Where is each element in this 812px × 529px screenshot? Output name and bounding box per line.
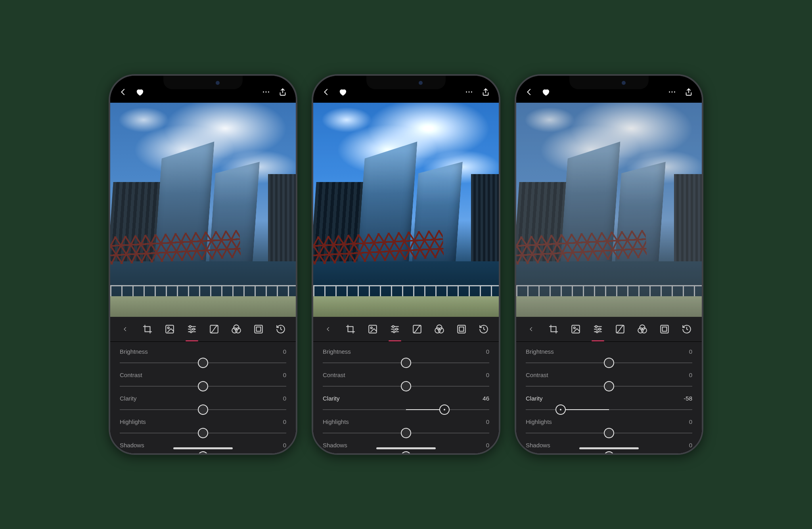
slider-thumb[interactable] <box>198 404 208 415</box>
slider-thumb[interactable] <box>555 404 566 415</box>
slider-highlights[interactable] <box>120 428 286 438</box>
slider-thumb[interactable] <box>604 358 614 368</box>
slider-contrast[interactable] <box>120 381 286 391</box>
share-button[interactable] <box>684 88 693 96</box>
slider-contrast[interactable] <box>526 381 692 391</box>
svg-point-17 <box>466 92 467 93</box>
more-button[interactable] <box>668 88 676 96</box>
tool-crop[interactable] <box>548 323 559 335</box>
tool-history[interactable] <box>681 323 692 335</box>
back-button[interactable] <box>119 88 128 96</box>
svg-point-10 <box>190 331 192 333</box>
slider-thumb[interactable] <box>198 428 208 438</box>
slider-value: 0 <box>689 348 692 355</box>
slider-highlights[interactable] <box>323 428 489 438</box>
favorite-button[interactable] <box>136 88 144 96</box>
tool-back[interactable] <box>120 323 131 335</box>
slider-clarity[interactable] <box>526 405 692 414</box>
tool-adjust[interactable] <box>592 323 603 335</box>
tool-filters[interactable] <box>434 323 445 335</box>
slider-label: Highlights <box>323 418 349 425</box>
tool-adjust[interactable] <box>186 323 197 335</box>
svg-point-25 <box>392 326 394 328</box>
tool-frame[interactable] <box>659 323 670 335</box>
home-indicator[interactable] <box>579 447 639 449</box>
share-button[interactable] <box>481 88 490 96</box>
tool-history[interactable] <box>275 323 286 335</box>
more-button[interactable] <box>262 88 270 96</box>
slider-thumb[interactable] <box>604 428 614 438</box>
slider-thumb[interactable] <box>401 451 411 453</box>
home-indicator[interactable] <box>173 447 233 449</box>
svg-point-1 <box>266 92 267 93</box>
tool-image[interactable] <box>164 323 175 335</box>
slider-value: 0 <box>283 418 286 425</box>
slider-row-clarity: Clarity46 <box>323 393 489 416</box>
slider-thumb[interactable] <box>604 451 614 453</box>
svg-rect-32 <box>458 325 465 333</box>
tool-frame[interactable] <box>253 323 264 335</box>
slider-label: Contrast <box>526 372 548 378</box>
slider-label: Brightness <box>323 348 351 355</box>
slider-thumb[interactable] <box>401 428 411 438</box>
slider-thumb[interactable] <box>198 381 208 391</box>
home-indicator[interactable] <box>376 447 436 449</box>
tool-crop[interactable] <box>142 323 153 335</box>
svg-point-26 <box>396 328 398 330</box>
tool-frame[interactable] <box>456 323 467 335</box>
slider-label: Brightness <box>120 348 148 355</box>
svg-point-19 <box>471 92 472 93</box>
tool-curves[interactable] <box>209 323 220 335</box>
slider-shadows[interactable] <box>323 452 489 453</box>
slider-label: Clarity <box>323 395 340 402</box>
favorite-button[interactable] <box>339 88 347 96</box>
slider-label: Highlights <box>526 418 552 425</box>
favorite-button[interactable] <box>542 88 550 96</box>
slider-thumb[interactable] <box>439 404 450 415</box>
svg-point-42 <box>595 326 597 328</box>
slider-shadows[interactable] <box>120 452 286 453</box>
tool-image[interactable] <box>570 323 581 335</box>
tool-filters[interactable] <box>231 323 242 335</box>
tool-curves[interactable] <box>615 323 626 335</box>
share-button[interactable] <box>278 88 287 96</box>
slider-clarity[interactable] <box>323 405 489 414</box>
more-button[interactable] <box>465 88 473 96</box>
slider-contrast[interactable] <box>323 381 489 391</box>
slider-highlights[interactable] <box>526 428 692 438</box>
tool-history[interactable] <box>478 323 489 335</box>
slider-value: 0 <box>283 442 286 448</box>
slider-thumb[interactable] <box>401 358 411 368</box>
slider-clarity[interactable] <box>120 405 286 414</box>
photo-preview[interactable] <box>516 103 702 317</box>
tool-adjust[interactable] <box>389 323 400 335</box>
photo-preview[interactable] <box>313 103 499 317</box>
slider-row-highlights: Highlights0 <box>120 416 286 439</box>
adjustments-panel: Brightness0Contrast0Clarity-58Highlights… <box>516 342 702 453</box>
slider-value: 0 <box>689 442 692 448</box>
slider-shadows[interactable] <box>526 452 692 453</box>
slider-label: Contrast <box>120 372 142 378</box>
slider-row-clarity: Clarity-58 <box>526 393 692 416</box>
slider-value: 0 <box>689 418 692 425</box>
tool-back[interactable] <box>526 323 537 335</box>
slider-row-brightness: Brightness0 <box>526 346 692 369</box>
back-button[interactable] <box>525 88 534 96</box>
tool-crop[interactable] <box>345 323 356 335</box>
slider-label: Clarity <box>526 395 543 402</box>
tool-back[interactable] <box>323 323 334 335</box>
tool-curves[interactable] <box>412 323 423 335</box>
slider-brightness[interactable] <box>526 358 692 368</box>
photo-preview[interactable] <box>110 103 296 317</box>
slider-brightness[interactable] <box>120 358 286 368</box>
slider-row-contrast: Contrast0 <box>120 369 286 393</box>
slider-thumb[interactable] <box>198 358 208 368</box>
slider-thumb[interactable] <box>198 451 208 453</box>
slider-thumb[interactable] <box>604 381 614 391</box>
slider-thumb[interactable] <box>401 381 411 391</box>
tool-image[interactable] <box>367 323 378 335</box>
slider-value: 0 <box>283 372 286 378</box>
tool-filters[interactable] <box>637 323 648 335</box>
slider-brightness[interactable] <box>323 358 489 368</box>
back-button[interactable] <box>322 88 331 96</box>
